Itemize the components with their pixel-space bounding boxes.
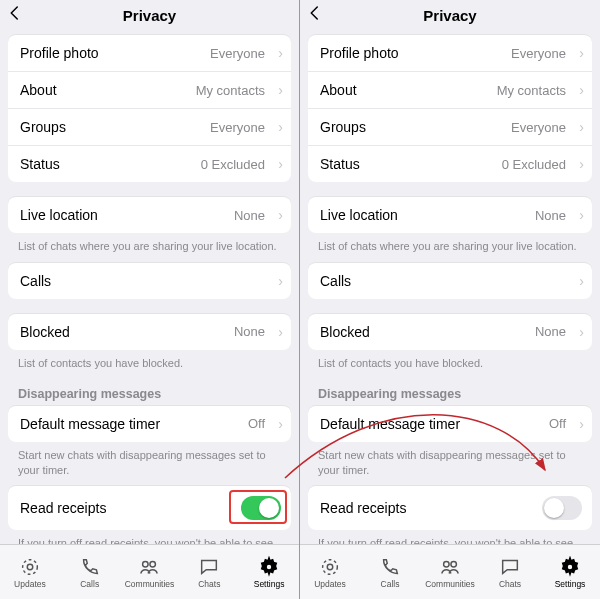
svg-point-8	[444, 561, 450, 567]
page-title: Privacy	[423, 7, 476, 24]
chevron-right-icon: ›	[278, 82, 283, 98]
svg-point-2	[143, 561, 149, 567]
chevron-right-icon: ›	[278, 45, 283, 61]
tab-chats[interactable]: Chats	[179, 545, 239, 599]
chevron-right-icon: ›	[278, 119, 283, 135]
back-button[interactable]	[306, 4, 328, 26]
back-button[interactable]	[6, 4, 28, 26]
tab-updates[interactable]: Updates	[300, 545, 360, 599]
svg-point-6	[323, 559, 338, 574]
section-disappearing: Disappearing messages	[0, 379, 299, 405]
row-live-location[interactable]: Live location None ›	[8, 197, 291, 233]
chevron-right-icon: ›	[579, 82, 584, 98]
svg-point-5	[266, 564, 272, 570]
tab-calls[interactable]: Calls	[360, 545, 420, 599]
chevron-right-icon: ›	[579, 324, 584, 340]
row-status[interactable]: Status 0 Excluded ›	[8, 145, 291, 182]
row-status[interactable]: Status 0 Excluded ›	[308, 145, 592, 182]
chevron-right-icon: ›	[579, 45, 584, 61]
tab-updates[interactable]: Updates	[0, 545, 60, 599]
chevron-right-icon: ›	[278, 324, 283, 340]
footer-read-receipts: If you turn off read receipts, you won't…	[0, 530, 299, 544]
row-default-timer[interactable]: Default message timer Off ›	[8, 406, 291, 442]
row-calls[interactable]: Calls ›	[308, 263, 592, 299]
row-about[interactable]: About My contacts ›	[308, 71, 592, 108]
tab-settings[interactable]: Settings	[239, 545, 299, 599]
chevron-right-icon: ›	[579, 273, 584, 289]
svg-point-3	[150, 561, 156, 567]
row-read-receipts: Read receipts	[8, 486, 291, 530]
tab-communities[interactable]: Communities	[120, 545, 180, 599]
tab-calls[interactable]: Calls	[60, 545, 120, 599]
row-about[interactable]: About My contacts ›	[8, 71, 291, 108]
svg-point-11	[567, 564, 573, 570]
pane-after: Privacy Profile photo Everyone › About M…	[300, 0, 600, 599]
row-profile-photo[interactable]: Profile photo Everyone ›	[308, 35, 592, 71]
row-default-timer[interactable]: Default message timer Off ›	[308, 406, 592, 442]
row-blocked[interactable]: Blocked None ›	[308, 314, 592, 350]
chevron-right-icon: ›	[579, 119, 584, 135]
content: Profile photo Everyone › About My contac…	[0, 30, 299, 544]
row-calls[interactable]: Calls ›	[8, 263, 291, 299]
read-receipts-toggle[interactable]	[241, 496, 281, 520]
tab-bar: Updates Calls Communities Chats Settings	[300, 544, 600, 599]
header: Privacy	[0, 0, 299, 30]
footer-timer: Start new chats with disappearing messag…	[0, 442, 299, 486]
row-profile-photo[interactable]: Profile photo Everyone ›	[8, 35, 291, 71]
svg-point-9	[451, 561, 457, 567]
chevron-right-icon: ›	[278, 273, 283, 289]
svg-point-0	[23, 559, 38, 574]
chevron-right-icon: ›	[579, 416, 584, 432]
tab-communities[interactable]: Communities	[420, 545, 480, 599]
content: Profile photo Everyone › About My contac…	[300, 30, 600, 544]
row-blocked[interactable]: Blocked None ›	[8, 314, 291, 350]
footer-live-location: List of chats where you are sharing your…	[0, 233, 299, 262]
chevron-right-icon: ›	[579, 156, 584, 172]
value: Everyone	[210, 46, 265, 61]
row-groups[interactable]: Groups Everyone ›	[8, 108, 291, 145]
tab-settings[interactable]: Settings	[540, 545, 600, 599]
chevron-right-icon: ›	[278, 416, 283, 432]
svg-point-1	[27, 564, 33, 570]
chevron-right-icon: ›	[278, 207, 283, 223]
read-receipts-toggle[interactable]	[542, 496, 582, 520]
row-live-location[interactable]: Live location None ›	[308, 197, 592, 233]
header: Privacy	[300, 0, 600, 30]
footer-blocked: List of contacts you have blocked.	[0, 350, 299, 379]
tab-chats[interactable]: Chats	[480, 545, 540, 599]
chevron-right-icon: ›	[579, 207, 584, 223]
tab-bar: Updates Calls Communities Chats Settings	[0, 544, 299, 599]
label: Profile photo	[20, 45, 99, 61]
chevron-right-icon: ›	[278, 156, 283, 172]
row-groups[interactable]: Groups Everyone ›	[308, 108, 592, 145]
svg-point-7	[327, 564, 333, 570]
row-read-receipts: Read receipts	[308, 486, 592, 530]
pane-before: Privacy Profile photo Everyone › About M…	[0, 0, 300, 599]
page-title: Privacy	[123, 7, 176, 24]
